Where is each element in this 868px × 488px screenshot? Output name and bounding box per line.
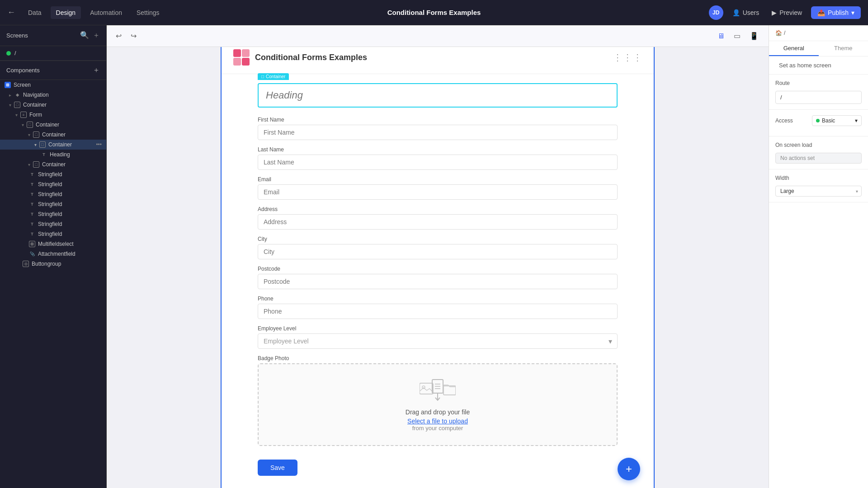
- multifieldselect-badge-icon: ⊞: [29, 241, 35, 247]
- stringfield-badge-2: T: [29, 181, 35, 188]
- tree-item-form[interactable]: ▾ ≡ Form: [0, 110, 106, 120]
- upload-files-icon: [268, 378, 608, 403]
- route-input[interactable]: [775, 91, 862, 104]
- breadcrumb-separator: /: [784, 30, 785, 36]
- tree-item-stringfield-5[interactable]: T Stringfield: [0, 209, 106, 219]
- publish-button[interactable]: 📤 Publish ▾: [811, 6, 861, 19]
- fab-add-button[interactable]: +: [618, 458, 640, 480]
- grid-dots-button[interactable]: ⋮⋮⋮: [613, 52, 643, 63]
- stringfield-badge-6: T: [29, 221, 35, 227]
- route-row: Route: [775, 80, 862, 86]
- components-title: Components: [6, 67, 40, 74]
- postcode-label: Postcode: [258, 266, 618, 272]
- top-nav-right-actions: JD 👤 Users ▶ Preview 📤 Publish ▾: [709, 5, 861, 20]
- screen-item-root[interactable]: /: [0, 46, 106, 61]
- top-navigation: ← Data Design Automation Settings Condit…: [0, 0, 868, 25]
- form-caret-icon: ▾: [15, 113, 18, 117]
- undo-button[interactable]: ↩: [114, 30, 123, 42]
- container-badge-icon-2: □: [27, 122, 33, 128]
- container-badge-icon-1: □: [14, 102, 20, 108]
- last-name-input[interactable]: [258, 155, 618, 170]
- city-input[interactable]: [258, 244, 618, 259]
- add-component-button[interactable]: ＋: [93, 66, 100, 75]
- on-screen-load-section: On screen load No actions set: [769, 136, 868, 169]
- users-button[interactable]: 👤 Users: [729, 7, 763, 18]
- first-name-input[interactable]: [258, 125, 618, 140]
- city-group: City: [258, 236, 618, 259]
- publish-chevron-icon: ▾: [851, 9, 854, 16]
- stringfield-badge-4: T: [29, 201, 35, 207]
- tree-item-stringfield-2[interactable]: T Stringfield: [0, 179, 106, 189]
- container-caret-icon-3: ▾: [28, 132, 30, 137]
- redo-button[interactable]: ↪: [129, 30, 138, 42]
- tree-item-container-5[interactable]: ▾ □ Container: [0, 160, 106, 169]
- employee-level-group: Employee Level Employee Level ▾: [258, 325, 618, 349]
- mobile-view-button[interactable]: 📱: [747, 30, 761, 42]
- tree-item-container-4[interactable]: ▾ □ Container •••: [0, 140, 106, 150]
- tree-item-stringfield-4[interactable]: T Stringfield: [0, 199, 106, 209]
- employee-level-select[interactable]: Employee Level: [258, 333, 618, 349]
- width-select[interactable]: Large Small Medium Full: [775, 186, 862, 197]
- tree-item-stringfield-3[interactable]: T Stringfield: [0, 189, 106, 199]
- heading-badge-icon: T: [41, 151, 47, 158]
- add-screen-button[interactable]: ＋: [93, 31, 100, 40]
- form-canvas: □ Container First Name: [222, 74, 654, 488]
- users-icon: 👤: [732, 9, 740, 16]
- upload-from-text: from your computer: [268, 425, 608, 432]
- city-label: City: [258, 236, 618, 242]
- back-button[interactable]: ←: [7, 8, 15, 17]
- tree-item-screen[interactable]: ⊞ Screen: [0, 80, 106, 90]
- nav-tab-settings[interactable]: Settings: [131, 6, 165, 19]
- components-section-header: Components ＋: [0, 61, 106, 80]
- phone-input[interactable]: [258, 304, 618, 319]
- stringfield-badge-5: T: [29, 211, 35, 217]
- tree-item-container-2[interactable]: ▾ □ Container: [0, 120, 106, 130]
- desktop-view-button[interactable]: 🖥: [715, 30, 727, 42]
- screens-title: Screens: [6, 32, 28, 39]
- tab-general[interactable]: General: [769, 41, 819, 56]
- tree-item-stringfield-6[interactable]: T Stringfield: [0, 219, 106, 229]
- search-icon[interactable]: 🔍: [80, 31, 89, 40]
- home-icon: 🏠: [775, 30, 782, 36]
- last-name-label: Last Name: [258, 146, 618, 153]
- tree-item-heading[interactable]: T Heading: [0, 150, 106, 160]
- tree-item-navigation[interactable]: ▸ ◈ Navigation: [0, 90, 106, 100]
- form-badge-icon: ≡: [20, 112, 27, 118]
- postcode-input[interactable]: [258, 274, 618, 289]
- email-input[interactable]: [258, 184, 618, 200]
- nav-tab-data[interactable]: Data: [23, 6, 47, 19]
- screen-header: Conditional Forms Examples ⋮⋮⋮: [222, 47, 654, 74]
- app-logo-icon: [232, 48, 250, 66]
- address-input[interactable]: [258, 214, 618, 230]
- svg-rect-1: [242, 49, 250, 57]
- tree-item-container-1[interactable]: ▾ □ Container: [0, 100, 106, 110]
- tree-item-stringfield-7[interactable]: T Stringfield: [0, 229, 106, 239]
- container-caret-icon-5: ▾: [28, 162, 30, 167]
- container-context-menu[interactable]: •••: [96, 141, 102, 148]
- upload-select-link[interactable]: Select a file to upload: [268, 418, 608, 425]
- width-row: Width: [775, 175, 862, 181]
- tablet-view-button[interactable]: ▭: [731, 30, 743, 42]
- right-sidebar-tabs: General Theme: [769, 41, 868, 56]
- tree-item-buttongroup[interactable]: ⊡ Buttongroup: [0, 259, 106, 269]
- tree-item-multifieldselect[interactable]: ⊞ Multifieldselect: [0, 239, 106, 249]
- screen-wrapper: ⊞ Screen C: [221, 47, 655, 488]
- set-home-screen-row: Set as home screen: [775, 62, 862, 69]
- preview-button[interactable]: ▶ Preview: [768, 7, 806, 18]
- badge-photo-group: Badge Photo: [258, 355, 618, 446]
- tree-item-container-3[interactable]: ▾ □ Container: [0, 130, 106, 140]
- svg-rect-3: [242, 58, 250, 66]
- heading-container[interactable]: [258, 83, 618, 108]
- file-upload-area[interactable]: Drag and drop your file Select a file to…: [258, 363, 618, 446]
- save-button[interactable]: Save: [258, 460, 297, 476]
- no-actions-button[interactable]: No actions set: [775, 153, 862, 164]
- container-caret-icon-2: ▾: [22, 122, 24, 127]
- nav-tab-design[interactable]: Design: [51, 6, 81, 19]
- heading-input[interactable]: [259, 84, 617, 107]
- tree-item-stringfield-1[interactable]: T Stringfield: [0, 169, 106, 179]
- address-label: Address: [258, 206, 618, 212]
- access-select[interactable]: Basic ▾: [812, 115, 862, 126]
- tab-theme[interactable]: Theme: [819, 41, 868, 56]
- tree-item-attachmentfield[interactable]: 📎 Attachmentfield: [0, 249, 106, 259]
- nav-tab-automation[interactable]: Automation: [85, 6, 127, 19]
